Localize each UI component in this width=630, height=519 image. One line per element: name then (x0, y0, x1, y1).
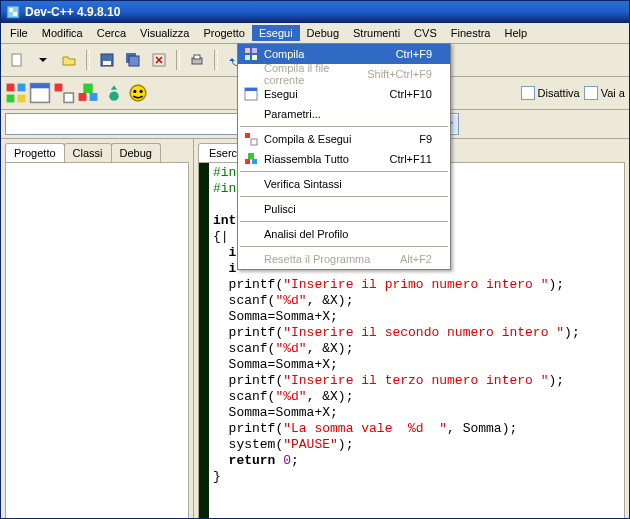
svg-point-27 (133, 90, 136, 93)
svg-rect-29 (245, 48, 250, 53)
debug-icon[interactable] (103, 82, 125, 104)
menu-esegui[interactable]: Esegui (252, 25, 300, 41)
svg-rect-3 (12, 54, 21, 66)
menu-modifica[interactable]: Modifica (35, 25, 90, 41)
menu-finestra[interactable]: Finestra (444, 25, 498, 41)
menu-item-parametri[interactable]: Parametri... (238, 104, 450, 124)
menu-cerca[interactable]: Cerca (90, 25, 133, 41)
print-button[interactable] (185, 48, 209, 72)
svg-rect-14 (7, 84, 15, 92)
svg-rect-23 (79, 93, 87, 101)
svg-point-28 (140, 90, 143, 93)
menubar[interactable]: File Modifica Cerca Visualizza Progetto … (1, 23, 629, 44)
menu-item-compila-esegui[interactable]: Compila & Esegui F9 (238, 129, 450, 149)
menu-item-resetta: Resetta il Programma Alt+F2 (238, 249, 450, 269)
new-file-button[interactable] (5, 48, 29, 72)
menu-item-riassembla[interactable]: Riassembla Tutto Ctrl+F11 (238, 149, 450, 169)
svg-rect-24 (90, 93, 98, 101)
compile-run-icon[interactable] (53, 82, 75, 104)
menu-item-esegui[interactable]: Esegui Ctrl+F10 (238, 84, 450, 104)
svg-rect-36 (251, 139, 257, 145)
window-title: Dev-C++ 4.9.8.10 (25, 5, 120, 19)
open-button[interactable] (57, 48, 81, 72)
menu-item-pulisci[interactable]: Pulisci (238, 199, 450, 219)
svg-rect-32 (252, 55, 257, 60)
menu-item-verifica[interactable]: Verifica Sintassi (238, 174, 450, 194)
tab-progetto[interactable]: Progetto (5, 143, 65, 162)
menu-item-compila-file: Compila il file corrente Shift+Ctrl+F9 (238, 64, 450, 84)
menu-cvs[interactable]: CVS (407, 25, 444, 41)
svg-rect-7 (129, 56, 139, 66)
svg-rect-38 (245, 159, 250, 164)
disattiva-checkbox[interactable]: Disattiva (521, 86, 580, 100)
svg-rect-10 (194, 55, 200, 59)
svg-rect-5 (103, 61, 111, 65)
svg-rect-15 (18, 84, 26, 92)
svg-rect-21 (64, 93, 73, 102)
menu-file[interactable]: File (3, 25, 35, 41)
svg-rect-39 (252, 159, 257, 164)
compile-icon[interactable] (5, 82, 27, 104)
vaia-checkbox[interactable]: Vai a (584, 86, 625, 100)
menu-strumenti[interactable]: Strumenti (346, 25, 407, 41)
svg-rect-37 (248, 153, 254, 159)
svg-rect-1 (9, 8, 13, 12)
close-button[interactable] (147, 48, 171, 72)
menu-progetto[interactable]: Progetto (196, 25, 252, 41)
menu-item-analisi[interactable]: Analisi del Profilo (238, 224, 450, 244)
profile-icon[interactable] (127, 82, 149, 104)
svg-point-25 (109, 91, 118, 100)
svg-rect-34 (245, 88, 257, 91)
run-icon[interactable] (29, 82, 51, 104)
menu-debug[interactable]: Debug (300, 25, 346, 41)
svg-rect-17 (18, 95, 26, 103)
new-file-dropdown[interactable] (31, 48, 55, 72)
svg-rect-16 (7, 95, 15, 103)
tab-classi[interactable]: Classi (64, 143, 112, 162)
save-button[interactable] (95, 48, 119, 72)
menu-item-compila[interactable]: Compila Ctrl+F9 (238, 44, 450, 64)
svg-rect-20 (55, 84, 63, 92)
titlebar: Dev-C++ 4.9.8.10 (1, 1, 629, 23)
svg-rect-31 (245, 55, 250, 60)
app-icon (5, 4, 21, 20)
menu-help[interactable]: Help (497, 25, 534, 41)
rebuild-icon[interactable] (77, 82, 99, 104)
vaia-label: Vai a (601, 87, 625, 99)
esegui-menu: Compila Ctrl+F9 Compila il file corrente… (237, 43, 451, 270)
svg-rect-30 (252, 48, 257, 53)
disattiva-label: Disattiva (538, 87, 580, 99)
menu-visualizza[interactable]: Visualizza (133, 25, 196, 41)
tab-debug[interactable]: Debug (111, 143, 161, 162)
saveall-button[interactable] (121, 48, 145, 72)
project-panel: Progetto Classi Debug (1, 139, 194, 519)
svg-rect-19 (31, 84, 50, 89)
svg-rect-22 (83, 84, 92, 93)
svg-rect-2 (13, 12, 17, 16)
svg-rect-35 (245, 133, 250, 138)
